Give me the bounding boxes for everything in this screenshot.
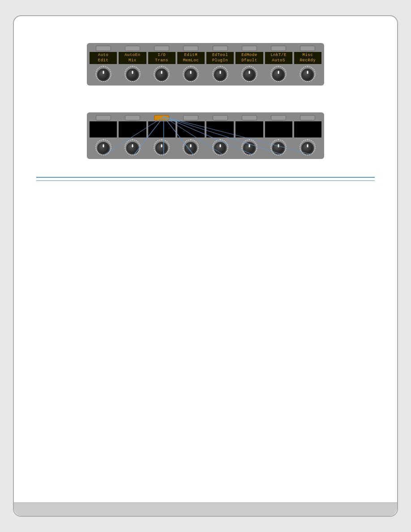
knob-bottom-4[interactable] (214, 142, 227, 154)
knob-ring-bottom-3 (183, 139, 199, 155)
display-row2-top-7: RecRdy (295, 58, 321, 64)
knob-ring-top-6 (270, 66, 287, 82)
divider-area (36, 177, 375, 181)
display-bottom-3 (177, 121, 205, 137)
page-container: AutoEditAutoEnMixI/OTransEditMMemLocEdTo… (13, 15, 398, 517)
knob-ring-bottom-0 (95, 139, 111, 155)
knob-ring-bottom-6 (270, 139, 287, 155)
knob-top-6[interactable] (272, 69, 285, 81)
knob-top-4[interactable] (214, 69, 227, 81)
knob-bottom-0[interactable] (97, 142, 110, 154)
display-row1-top-0: Auto (90, 53, 116, 58)
controller-strip-bottom (87, 112, 324, 159)
display-top-0: AutoEdit (90, 52, 117, 64)
knob-ring-bottom-5 (241, 139, 257, 155)
ctrl-cell-top-3: EditMMemLoc (177, 46, 205, 82)
led-button-top-2[interactable] (154, 46, 169, 51)
display-row1-top-3: EditM (178, 53, 204, 58)
led-button-bottom-0[interactable] (96, 115, 111, 120)
display-bottom-6 (265, 121, 292, 137)
display-row2-top-3: MemLoc (178, 58, 204, 64)
display-row1-top-4: EdTool (207, 53, 233, 58)
display-bottom-5 (235, 121, 263, 137)
ctrl-cell-top-0: AutoEdit (90, 46, 117, 82)
knob-ring-bottom-2 (154, 139, 170, 155)
ctrl-cell-bottom-1 (119, 115, 146, 155)
led-button-bottom-3[interactable] (183, 115, 198, 120)
knob-top-7[interactable] (301, 69, 314, 81)
display-row1-top-7: Misc (295, 53, 321, 58)
knob-ring-bottom-7 (300, 139, 316, 155)
ctrl-cell-bottom-3 (177, 115, 205, 155)
ctrl-cell-bottom-7 (294, 115, 321, 155)
display-bottom-0 (90, 121, 117, 137)
ctrl-cell-top-7: MiscRecRdy (294, 46, 321, 82)
knob-top-3[interactable] (184, 69, 197, 81)
led-button-top-6[interactable] (271, 46, 286, 51)
knob-ring-top-1 (124, 66, 141, 82)
ctrl-cell-top-1: AutoEnMix (119, 46, 146, 82)
display-row2-top-6: AutoS (266, 58, 291, 64)
ctrl-cell-bottom-4 (206, 115, 234, 155)
display-row2-top-4: PlugIn (207, 58, 233, 64)
knob-top-0[interactable] (97, 69, 110, 81)
knob-bottom-6[interactable] (272, 142, 285, 154)
display-bottom-4 (206, 121, 234, 137)
divider-line-2 (36, 180, 375, 181)
display-row1-top-6: LnkT/E (266, 53, 291, 58)
display-row1-top-1: AutoEn (120, 53, 145, 58)
knob-bottom-2[interactable] (155, 142, 168, 154)
ctrl-cell-bottom-5 (235, 115, 263, 155)
led-button-bottom-1[interactable] (125, 115, 140, 120)
ctrl-cell-top-5: EdModeDfault (235, 46, 263, 82)
led-button-top-5[interactable] (242, 46, 257, 51)
led-button-bottom-7[interactable] (300, 115, 315, 120)
display-top-5: EdModeDfault (235, 52, 263, 64)
led-button-top-1[interactable] (125, 46, 140, 51)
ctrl-cell-bottom-6 (265, 115, 292, 155)
display-bottom-7 (294, 121, 321, 137)
knob-ring-top-0 (95, 66, 111, 82)
led-button-bottom-4[interactable] (213, 115, 228, 120)
controller-strip-top: AutoEditAutoEnMixI/OTransEditMMemLocEdTo… (87, 43, 324, 86)
knob-ring-top-4 (212, 66, 228, 82)
knob-ring-top-7 (300, 66, 316, 82)
knob-top-1[interactable] (126, 69, 139, 81)
led-button-top-0[interactable] (96, 46, 111, 51)
led-button-bottom-5[interactable] (242, 115, 257, 120)
display-top-6: LnkT/EAutoS (265, 52, 292, 64)
display-row2-top-0: Edit (90, 58, 116, 64)
display-row1-top-5: EdMode (236, 53, 262, 58)
knob-ring-bottom-1 (124, 139, 141, 155)
led-button-top-3[interactable] (183, 46, 198, 51)
knob-bottom-5[interactable] (243, 142, 256, 154)
display-bottom-2 (148, 121, 176, 137)
display-row2-top-2: Trans (149, 58, 175, 64)
led-button-top-7[interactable] (300, 46, 315, 51)
knob-ring-top-3 (183, 66, 199, 82)
knob-bottom-7[interactable] (301, 142, 314, 154)
display-top-2: I/OTrans (148, 52, 176, 64)
display-top-4: EdToolPlugIn (206, 52, 234, 64)
knob-bottom-1[interactable] (126, 142, 139, 154)
knob-ring-top-5 (241, 66, 257, 82)
knob-top-2[interactable] (155, 69, 168, 81)
led-button-bottom-6[interactable] (271, 115, 286, 120)
display-row2-top-1: Mix (120, 58, 145, 64)
led-button-top-4[interactable] (213, 46, 228, 51)
knob-top-5[interactable] (243, 69, 256, 81)
display-row1-top-2: I/O (149, 53, 175, 58)
display-top-7: MiscRecRdy (294, 52, 321, 64)
display-top-3: EditMMemLoc (177, 52, 205, 64)
display-top-1: AutoEnMix (119, 52, 146, 64)
ctrl-cell-top-2: I/OTrans (148, 46, 176, 82)
bottom-bar (14, 502, 397, 516)
ctrl-cell-bottom-0 (90, 115, 117, 155)
led-button-bottom-2[interactable] (154, 115, 169, 120)
display-bottom-1 (119, 121, 146, 137)
display-row2-top-5: Dfault (236, 58, 262, 64)
knob-ring-bottom-4 (212, 139, 228, 155)
ctrl-cell-top-6: LnkT/EAutoS (265, 46, 292, 82)
ctrl-cell-top-4: EdToolPlugIn (206, 46, 234, 82)
knob-bottom-3[interactable] (184, 142, 197, 154)
